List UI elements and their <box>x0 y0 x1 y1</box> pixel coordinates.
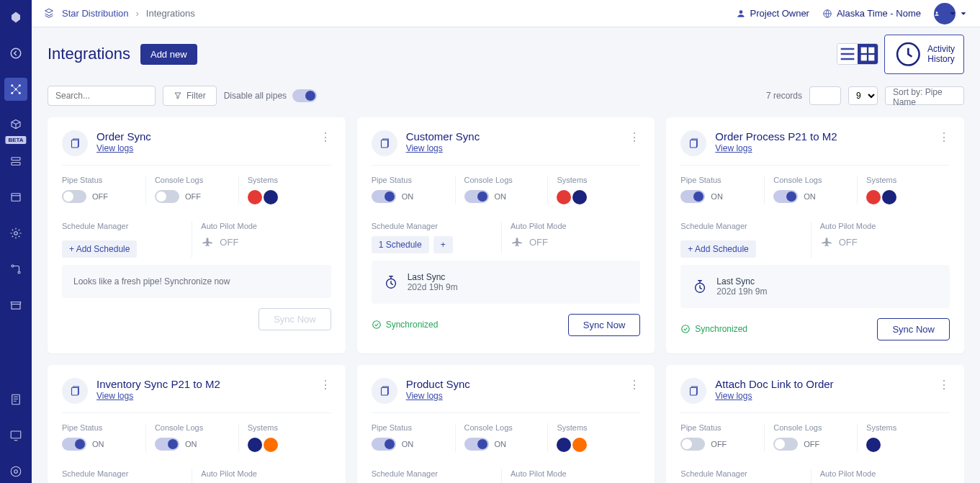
sidebar-settings[interactable] <box>4 222 27 245</box>
schedule-count-badge[interactable]: 1 Schedule <box>372 236 429 253</box>
filter-button[interactable]: Filter <box>163 86 217 106</box>
sidebar-store[interactable] <box>4 294 27 317</box>
svg-rect-14 <box>11 431 21 438</box>
toggle-switch[interactable] <box>773 190 798 203</box>
sidebar-window[interactable] <box>4 186 27 209</box>
breadcrumb-icon <box>43 8 55 19</box>
timezone-label: Alaska Time - Nome <box>837 8 921 19</box>
pipe-status-label: Pipe Status <box>62 176 140 184</box>
sidebar-flow[interactable] <box>4 258 27 281</box>
sidebar-back[interactable] <box>4 42 27 65</box>
toggle-switch[interactable] <box>62 438 86 451</box>
sidebar-docs[interactable] <box>4 388 27 411</box>
pipe-status-label: Pipe Status <box>62 423 140 432</box>
grid-view-button[interactable] <box>858 44 878 64</box>
console-logs-value: ON <box>495 192 507 201</box>
toggle-switch[interactable] <box>464 190 489 203</box>
svg-point-9 <box>14 232 18 235</box>
toggle-switch[interactable] <box>680 438 705 451</box>
toggle-switch[interactable] <box>464 438 489 451</box>
view-logs-link[interactable]: View logs <box>715 143 752 153</box>
add-schedule-button[interactable]: + Add Schedule <box>680 240 755 258</box>
system-icon <box>882 190 896 204</box>
system-icon <box>264 190 278 204</box>
system-icon <box>248 190 262 204</box>
toggle-switch[interactable] <box>155 438 179 451</box>
sync-status: Synchronized <box>680 324 747 334</box>
avatar-icon <box>934 3 956 24</box>
auto-pilot-status: OFF <box>511 236 640 249</box>
console-logs-label: Console Logs <box>464 176 542 184</box>
card-menu-button[interactable]: ⋮ <box>938 378 950 392</box>
activity-history-button[interactable]: Activity History <box>884 35 964 74</box>
console-logs-value: ON <box>495 440 507 448</box>
toggle-switch[interactable] <box>372 438 396 451</box>
sync-now-button[interactable]: Sync Now <box>568 314 641 336</box>
list-view-button[interactable] <box>837 44 858 64</box>
view-logs-link[interactable]: View logs <box>406 391 443 401</box>
user-menu[interactable] <box>934 3 968 24</box>
toggle-switch[interactable] <box>62 190 86 203</box>
card-menu-button[interactable]: ⋮ <box>320 378 331 392</box>
per-page-select[interactable]: 9 <box>848 86 878 105</box>
sidebar-cube[interactable]: BETA <box>4 114 27 137</box>
sidebar-monitor[interactable] <box>4 424 27 447</box>
sort-select[interactable]: Sort by: Pipe Name <box>885 86 964 105</box>
view-logs-link[interactable]: View logs <box>96 143 133 153</box>
card-title: Attach Doc Link to Order <box>715 378 833 390</box>
sidebar-help[interactable] <box>4 460 27 483</box>
card-menu-button[interactable]: ⋮ <box>320 130 331 144</box>
pipe-status-value: OFF <box>92 192 108 201</box>
sync-now-button[interactable]: Sync Now <box>877 318 950 340</box>
sidebar-server[interactable] <box>4 150 27 173</box>
pipe-status-value: ON <box>711 192 723 201</box>
toggle-switch[interactable] <box>773 438 798 451</box>
cards-grid: Order Sync View logs ⋮ Pipe StatusOFF Co… <box>32 113 980 483</box>
systems-icons <box>557 438 634 452</box>
card-menu-button[interactable]: ⋮ <box>629 378 640 392</box>
svg-rect-7 <box>12 163 20 166</box>
systems-label: Systems <box>866 423 944 432</box>
view-logs-link[interactable]: View logs <box>406 143 443 153</box>
schedule-manager-label: Schedule Manager <box>680 222 810 230</box>
toggle-switch[interactable] <box>372 190 396 203</box>
view-logs-link[interactable]: View logs <box>715 391 752 401</box>
timezone-link[interactable]: Alaska Time - Nome <box>822 8 921 19</box>
sidebar: BETA <box>0 0 32 483</box>
auto-pilot-label: Auto Pilot Mode <box>201 222 331 230</box>
toolbar: Filter Disable all pipes 7 records 9 Sor… <box>32 81 980 113</box>
sync-status: Synchronized <box>372 320 439 330</box>
systems-icons <box>248 190 325 204</box>
add-schedule-button[interactable]: + Add Schedule <box>62 240 137 258</box>
user-icon <box>736 9 746 19</box>
card-menu-button[interactable]: ⋮ <box>938 130 950 144</box>
search-input[interactable] <box>55 91 163 101</box>
sidebar-logo[interactable] <box>4 6 27 29</box>
search-box[interactable] <box>48 86 156 106</box>
toggle-switch[interactable] <box>155 190 179 203</box>
console-logs-value: ON <box>804 192 816 201</box>
project-owner-link[interactable]: Project Owner <box>736 8 809 19</box>
project-owner-label: Project Owner <box>750 8 809 19</box>
toggle-switch[interactable] <box>680 190 705 203</box>
svg-point-28 <box>372 321 380 329</box>
breadcrumb-root[interactable]: Star Distribution <box>62 8 128 19</box>
sidebar-integrations[interactable] <box>4 78 27 101</box>
svg-point-16 <box>14 470 18 474</box>
last-sync-label: Last Sync <box>408 272 458 282</box>
system-icon <box>557 438 571 452</box>
console-logs-label: Console Logs <box>155 176 233 184</box>
page-input[interactable] <box>809 86 841 105</box>
pipe-status-value: ON <box>402 440 414 448</box>
view-logs-link[interactable]: View logs <box>96 391 133 401</box>
svg-rect-21 <box>868 48 874 53</box>
system-icon <box>572 438 587 452</box>
record-count: 7 records <box>766 91 802 101</box>
systems-icons <box>248 438 325 452</box>
add-schedule-plus[interactable]: + <box>433 236 453 253</box>
card-menu-button[interactable]: ⋮ <box>629 130 640 144</box>
svg-rect-8 <box>12 194 20 202</box>
svg-point-15 <box>11 466 21 477</box>
disable-all-switch[interactable] <box>292 89 317 102</box>
add-new-button[interactable]: Add new <box>140 44 197 65</box>
